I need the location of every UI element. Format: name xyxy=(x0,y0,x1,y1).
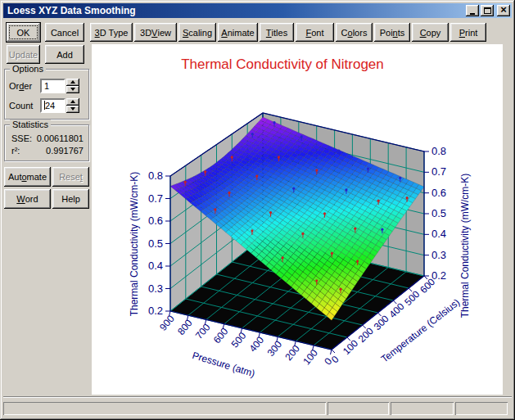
close-button[interactable]: × xyxy=(497,5,510,16)
toolbar-button-copy[interactable]: Copy xyxy=(412,23,449,42)
order-value: 1 xyxy=(44,81,49,91)
options-group-label: Options xyxy=(10,64,46,74)
count-label: Count xyxy=(9,101,40,111)
statistics-group-label: Statistics xyxy=(10,120,51,129)
toolbar-button-colors[interactable]: Colors xyxy=(336,23,373,42)
toolbar-button-titles[interactable]: Titles xyxy=(260,23,294,42)
toolbar-button-font[interactable]: Font xyxy=(296,23,334,42)
r2-row: r²: 0.991767 xyxy=(11,146,84,156)
statistics-group: Statistics SSE: 0.00611801 r²: 0.991767 xyxy=(4,124,89,161)
app-window: Loess XYZ Data Smoothing × 3D Type3D Vie… xyxy=(0,0,515,420)
toolbar-button-3d-type[interactable]: 3D Type xyxy=(90,23,133,42)
close-icon: × xyxy=(500,6,507,14)
minimize-icon xyxy=(470,8,475,15)
order-spinner xyxy=(66,79,79,93)
statusbar-panel-2 xyxy=(328,402,389,415)
maximize-button[interactable] xyxy=(481,5,494,16)
statusbar-panel-4 xyxy=(455,402,508,415)
count-value: 24 xyxy=(45,101,55,111)
count-spin-down-button[interactable] xyxy=(66,106,79,113)
sse-row: SSE: 0.00611801 xyxy=(11,133,84,143)
r2-value: 0.991767 xyxy=(46,146,84,156)
statusbar-panel-1 xyxy=(3,402,326,415)
count-spin-up-button[interactable] xyxy=(66,98,79,106)
arrow-up-icon xyxy=(70,100,75,103)
toolbar-button-print[interactable]: Print xyxy=(450,23,486,42)
toolbar-button-points[interactable]: Points xyxy=(374,23,410,42)
arrow-down-icon xyxy=(70,88,75,91)
toolbar: 3D Type3D ViewScalingAnimateTitlesFontCo… xyxy=(90,23,486,42)
toolbar-button-3d-view[interactable]: 3D View xyxy=(134,23,177,42)
options-group: Options Order1Count24 xyxy=(4,69,89,120)
update-button[interactable]: Update xyxy=(7,45,40,64)
cancel-button[interactable]: Cancel xyxy=(45,23,84,42)
minimize-button[interactable] xyxy=(466,5,479,16)
word-button[interactable]: Word xyxy=(4,189,51,209)
count-field[interactable]: 24 xyxy=(40,98,66,113)
count-row: Count24 xyxy=(9,97,86,113)
arrow-up-icon xyxy=(70,80,75,84)
statusbar-panel-3 xyxy=(391,402,454,415)
titlebar-buttons: × xyxy=(466,5,512,16)
sse-label: SSE: xyxy=(11,133,32,143)
window-title: Loess XYZ Data Smoothing xyxy=(7,5,136,16)
r2-label: r²: xyxy=(11,146,20,156)
toolbar-button-scaling[interactable]: Scaling xyxy=(178,23,216,42)
reset-button[interactable]: Reset xyxy=(52,167,89,187)
order-spin-down-button[interactable] xyxy=(66,86,79,93)
statusbar xyxy=(3,400,512,417)
chart-panel xyxy=(92,44,503,395)
statusbar-divider xyxy=(3,396,512,398)
automate-button[interactable]: Automate xyxy=(4,167,51,187)
count-spinner xyxy=(66,98,79,113)
arrow-down-icon xyxy=(70,107,75,111)
toolbar-button-animate[interactable]: Animate xyxy=(218,23,258,42)
order-spin-up-button[interactable] xyxy=(66,79,79,86)
titlebar[interactable]: Loess XYZ Data Smoothing × xyxy=(3,3,512,18)
help-button[interactable]: Help xyxy=(52,189,89,209)
order-row: Order1 xyxy=(9,78,86,93)
order-field[interactable]: 1 xyxy=(40,79,66,93)
maximize-icon xyxy=(484,7,491,14)
sse-value: 0.00611801 xyxy=(37,133,84,143)
ok-button[interactable]: OK xyxy=(7,23,40,42)
add-button[interactable]: Add xyxy=(45,45,84,64)
order-label: Order xyxy=(9,81,40,91)
